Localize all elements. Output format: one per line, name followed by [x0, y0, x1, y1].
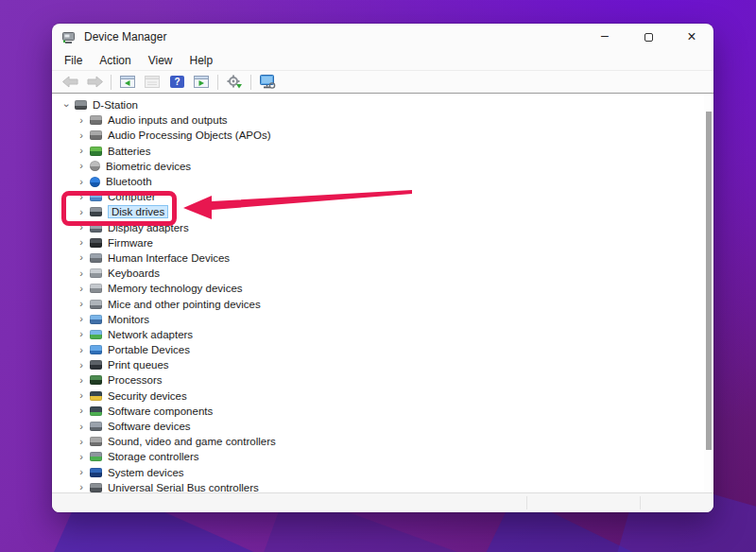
- properties-button[interactable]: [141, 73, 163, 92]
- chevron-right-icon[interactable]: ›: [75, 237, 88, 248]
- tree-item-audio-processing-objects-apos[interactable]: ›Audio Processing Objects (APOs): [52, 128, 713, 143]
- tree-item-label: Monitors: [108, 314, 149, 325]
- usb-icon: [90, 483, 102, 492]
- chevron-right-icon[interactable]: ›: [75, 452, 88, 462]
- titlebar[interactable]: Device Manager – ×: [52, 24, 713, 50]
- chevron-right-icon[interactable]: ›: [75, 375, 88, 386]
- tree-item-sound-video-and-game-controllers[interactable]: ›Sound, video and game controllers: [52, 434, 713, 449]
- tree-item-processors[interactable]: ›Processors: [52, 372, 713, 388]
- tree-item-system-devices[interactable]: ›System devices: [52, 465, 713, 480]
- chevron-down-icon[interactable]: ›: [61, 98, 72, 112]
- tree-item-biometric-devices[interactable]: ›Biometric devices: [52, 159, 713, 174]
- tree-item-print-queues[interactable]: ›Print queues: [52, 357, 713, 372]
- menu-help[interactable]: Help: [181, 52, 222, 69]
- storage-controller-icon: [90, 452, 102, 461]
- tree-item-label: Audio inputs and outputs: [108, 114, 228, 126]
- scrollbar-thumb[interactable]: [706, 112, 712, 450]
- tree-item-human-interface-devices[interactable]: ›Human Interface Devices: [52, 250, 713, 266]
- tree-item-label: Bluetooth: [106, 176, 152, 187]
- chevron-right-icon[interactable]: ›: [75, 284, 88, 294]
- tree-item-software-components[interactable]: ›Software components: [52, 404, 713, 419]
- tree-item-keyboards[interactable]: ›Keyboards: [52, 266, 713, 281]
- scan-for-hardware-changes-button[interactable]: [256, 73, 279, 92]
- back-button[interactable]: [59, 73, 81, 92]
- chevron-right-icon[interactable]: ›: [75, 130, 88, 141]
- tree-item-network-adapters[interactable]: ›Network adapters: [52, 327, 713, 342]
- update-driver-button[interactable]: [223, 73, 246, 92]
- menu-file[interactable]: File: [56, 52, 91, 69]
- forward-button[interactable]: [83, 73, 106, 92]
- chevron-right-icon[interactable]: ›: [75, 329, 88, 339]
- tree-item-label: Mice and other pointing devices: [108, 299, 261, 310]
- device-manager-app-icon: [61, 29, 77, 44]
- tree-item-label: Universal Serial Bus controllers: [108, 482, 259, 492]
- tree-item-label: Storage controllers: [108, 451, 199, 462]
- chevron-right-icon[interactable]: ›: [75, 360, 88, 371]
- close-button[interactable]: ×: [670, 24, 713, 50]
- menu-view[interactable]: View: [140, 52, 181, 69]
- toolbar: ?: [52, 71, 713, 94]
- fingerprint-icon: [90, 161, 100, 171]
- chevron-right-icon[interactable]: ›: [75, 390, 88, 401]
- maximize-button[interactable]: [627, 24, 670, 50]
- network-adapter-icon: [90, 330, 102, 339]
- processor-icon: [90, 375, 102, 385]
- tree-item-label: D-Station: [93, 99, 138, 111]
- close-icon: ×: [687, 28, 696, 45]
- chevron-right-icon[interactable]: ›: [75, 422, 88, 432]
- chevron-right-icon[interactable]: ›: [75, 252, 88, 263]
- device-manager-window: Device Manager – × File Action View Help…: [52, 24, 713, 512]
- tree-item-memory-technology-devices[interactable]: ›Memory technology devices: [52, 281, 713, 296]
- minimize-button[interactable]: –: [583, 24, 627, 50]
- portable-device-icon: [90, 345, 102, 354]
- menu-action[interactable]: Action: [91, 52, 139, 69]
- battery-icon: [90, 147, 102, 156]
- tree-item-mice-and-other-pointing-devices[interactable]: ›Mice and other pointing devices: [52, 296, 713, 311]
- chevron-right-icon[interactable]: ›: [75, 314, 88, 324]
- chevron-right-icon[interactable]: ›: [75, 115, 88, 126]
- tree-item-universal-serial-bus-controllers[interactable]: ›Universal Serial Bus controllers: [52, 480, 713, 492]
- chevron-right-icon[interactable]: ›: [75, 482, 88, 492]
- tree-item-storage-controllers[interactable]: ›Storage controllers: [52, 449, 713, 464]
- mouse-icon: [90, 300, 102, 309]
- chevron-right-icon[interactable]: ›: [75, 161, 88, 171]
- chevron-right-icon[interactable]: ›: [75, 146, 88, 156]
- printer-icon: [90, 360, 102, 370]
- monitor-icon: [90, 315, 102, 324]
- speaker-icon: [90, 437, 102, 446]
- software-device-icon: [90, 422, 102, 431]
- scrollbar-track[interactable]: [704, 94, 713, 492]
- tree-item-batteries[interactable]: ›Batteries: [52, 144, 713, 159]
- chevron-right-icon[interactable]: ›: [75, 405, 88, 416]
- tree-item-label: Network adapters: [108, 329, 193, 340]
- tree-item-portable-devices[interactable]: ›Portable Devices: [52, 342, 713, 357]
- tree-item-label: Sound, video and game controllers: [108, 436, 276, 447]
- tree-item-security-devices[interactable]: ›Security devices: [52, 388, 713, 404]
- svg-text:?: ?: [174, 77, 180, 87]
- tree-item-audio-inputs-and-outputs[interactable]: ›Audio inputs and outputs: [52, 112, 713, 128]
- system-device-icon: [90, 468, 102, 477]
- hid-icon: [90, 253, 102, 263]
- tree-item-monitors[interactable]: ›Monitors: [52, 312, 713, 327]
- tree-item-firmware[interactable]: ›Firmware: [52, 235, 713, 250]
- tree-item-label: Print queues: [108, 359, 169, 371]
- chevron-right-icon[interactable]: ›: [75, 437, 88, 447]
- tree-item-d-station[interactable]: ›D-Station: [52, 97, 713, 112]
- tree-item-label: System devices: [108, 467, 184, 478]
- toolbar-separator: [217, 75, 218, 90]
- show-action-pane-button[interactable]: [190, 73, 213, 92]
- chevron-right-icon[interactable]: ›: [75, 177, 88, 187]
- chevron-right-icon[interactable]: ›: [75, 345, 88, 355]
- help-button[interactable]: ?: [165, 73, 188, 92]
- speaker-icon: [90, 115, 102, 125]
- tree-item-software-devices[interactable]: ›Software devices: [52, 419, 713, 434]
- chevron-right-icon[interactable]: ›: [75, 467, 88, 477]
- speaker-icon: [90, 130, 102, 140]
- chevron-right-icon[interactable]: ›: [75, 268, 88, 279]
- memory-icon: [90, 284, 102, 293]
- statusbar-divider: [526, 496, 527, 509]
- tree-item-label: Batteries: [108, 146, 150, 157]
- annotation-highlight-rect: [61, 191, 177, 226]
- chevron-right-icon[interactable]: ›: [75, 299, 88, 309]
- show-console-tree-button[interactable]: [116, 73, 139, 92]
